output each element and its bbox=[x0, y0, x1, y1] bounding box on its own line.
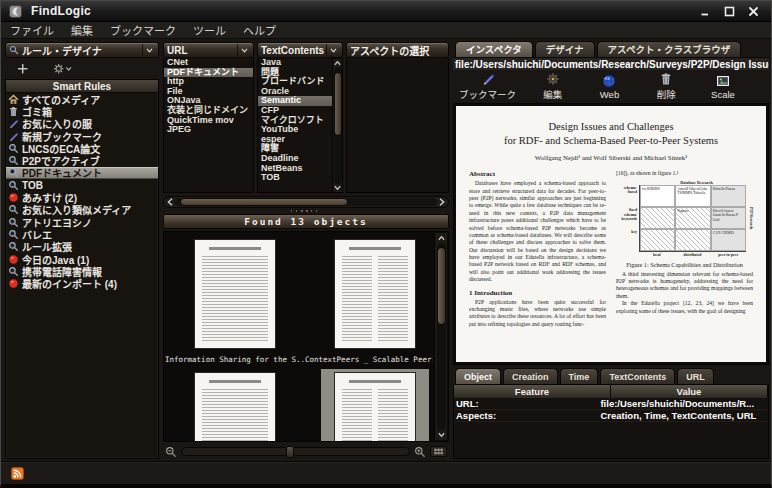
grid-view-button[interactable] bbox=[430, 446, 447, 457]
zoom-slider[interactable] bbox=[181, 447, 410, 456]
toolbar-button[interactable]: Scale bbox=[703, 74, 743, 100]
gear-menu-button[interactable] bbox=[53, 62, 72, 75]
menu-bar: ファイル編集ブックマークツールヘルプ bbox=[1, 22, 771, 39]
zoom-out-icon[interactable] bbox=[165, 446, 177, 458]
gear-icon bbox=[546, 72, 560, 86]
menu-item[interactable]: ツール bbox=[193, 22, 226, 38]
rule-item[interactable]: PDFドキュメント bbox=[6, 167, 158, 179]
maximize-button[interactable] bbox=[724, 6, 735, 17]
thumbnail-caption: Information Sharing for the S... bbox=[165, 355, 305, 364]
scroll-right-icon[interactable] bbox=[439, 198, 445, 206]
list-scrollbar[interactable] bbox=[333, 58, 343, 193]
aspect-column: アスペクトの選択 bbox=[346, 42, 449, 193]
magnifier-icon bbox=[8, 266, 19, 277]
scroll-left-icon[interactable] bbox=[167, 198, 173, 206]
menu-item[interactable]: ヘルプ bbox=[243, 22, 276, 38]
scroll-down-icon[interactable] bbox=[438, 432, 445, 438]
pen-icon bbox=[481, 72, 495, 86]
add-rule-button[interactable] bbox=[17, 62, 36, 75]
rule-mode-value: ルール・デザイナ bbox=[22, 43, 142, 58]
textcontents-filter-column: TextContents Java問題ブロードバンドOracleSemantic… bbox=[257, 42, 343, 193]
textcontents-filter-list: Java問題ブロードバンドOracleSemanticCFPマイクロソフトYou… bbox=[257, 58, 333, 193]
result-thumbnail[interactable] bbox=[165, 369, 305, 441]
textcontents-filter-dropdown[interactable]: TextContents bbox=[257, 42, 343, 58]
close-button[interactable] bbox=[748, 6, 759, 17]
url-filter-label: URL bbox=[167, 45, 237, 56]
sidebar-toolbar bbox=[5, 58, 159, 79]
chevron-down-icon[interactable] bbox=[237, 44, 250, 56]
menu-item[interactable]: ファイル bbox=[10, 22, 54, 38]
menu-item[interactable]: ブックマーク bbox=[110, 22, 176, 38]
window-controls bbox=[700, 6, 771, 17]
scroll-up-icon[interactable] bbox=[438, 235, 445, 241]
document-preview[interactable]: Design Issues and Challenges for RDF- an… bbox=[453, 103, 769, 365]
feature-table-body: URL: file:/Users/shuichi/Documents/R... … bbox=[454, 398, 768, 422]
paper-title: Design Issues and Challenges for RDF- an… bbox=[469, 120, 753, 148]
app-window: FindLogic ファイル編集ブックマークツールヘルプ ルール・デザイナ bbox=[0, 0, 772, 488]
feature-table-header: Feature Value bbox=[454, 385, 768, 398]
scroll-up-icon[interactable] bbox=[334, 60, 341, 66]
paper-left-column: Abstract Databases have employed a schem… bbox=[469, 170, 606, 328]
toolbar-button[interactable]: 削除 bbox=[646, 72, 686, 101]
magnifier-icon bbox=[9, 45, 19, 55]
list-option[interactable]: TOB bbox=[258, 173, 332, 183]
magnifier-icon bbox=[8, 143, 19, 154]
menu-item[interactable]: 編集 bbox=[71, 22, 93, 38]
vertical-scrollbar[interactable] bbox=[434, 233, 447, 440]
document-path: file:/Users/shuichi/Documents/Research/S… bbox=[453, 57, 769, 70]
inspector-tab[interactable]: アスペクト・クラスブラウザ bbox=[597, 41, 742, 57]
rule-mode-selector[interactable]: ルール・デザイナ bbox=[5, 42, 159, 58]
detail-tab[interactable]: Time bbox=[560, 368, 599, 384]
chevron-down-icon[interactable] bbox=[326, 44, 339, 56]
textcontents-filter-label: TextContents bbox=[261, 45, 326, 56]
feature-table: Feature Value URL: file:/Users/shuichi/D… bbox=[453, 384, 769, 459]
title-bar: FindLogic bbox=[1, 1, 771, 22]
table-row[interactable]: Aspects: Creation, Time, TextContents, U… bbox=[454, 410, 768, 422]
inspector-toolbar: ブックマーク 編集 Web 削除 bbox=[453, 70, 769, 103]
scrollbar-thumb[interactable] bbox=[180, 198, 348, 206]
list-option[interactable]: JPEG bbox=[164, 125, 253, 135]
chevron-down-icon[interactable] bbox=[142, 44, 155, 56]
toolbar-button[interactable]: ブックマーク bbox=[459, 72, 516, 101]
result-thumbnail[interactable]: Information Sharing for the S... bbox=[165, 236, 305, 369]
url-filter-dropdown[interactable]: URL bbox=[163, 42, 254, 58]
red-dot-icon bbox=[8, 254, 19, 265]
detail-tabs: ObjectCreationTimeTextContentsURL bbox=[453, 368, 769, 384]
aspect-header: アスペクトの選択 bbox=[346, 42, 449, 58]
inspector-tab[interactable]: インスペクタ bbox=[455, 41, 533, 57]
scrollbar-thumb[interactable] bbox=[334, 72, 342, 136]
figure-caption: Figure 1: Schema Capabilities and Distri… bbox=[616, 261, 753, 268]
scrollbar-thumb[interactable] bbox=[437, 247, 446, 326]
pen-icon bbox=[8, 118, 19, 129]
scroll-down-icon[interactable] bbox=[334, 185, 341, 191]
detail-tab[interactable]: Object bbox=[455, 368, 501, 384]
paper-authors: Wolfgang Nejdl¹ and Wolf Siberski and Mi… bbox=[469, 154, 753, 161]
value-column-header: Value bbox=[611, 385, 768, 398]
document-page-preview bbox=[335, 373, 415, 441]
magnifier-icon bbox=[8, 217, 19, 228]
paper-right-column: [16]), as shown in figure 1.¹ Database R… bbox=[616, 170, 753, 328]
result-thumbnail[interactable] bbox=[305, 369, 433, 441]
horizontal-scrollbar[interactable] bbox=[163, 196, 449, 208]
maximize-icon bbox=[724, 6, 735, 17]
rss-icon[interactable] bbox=[11, 467, 24, 480]
table-row[interactable]: URL: file:/Users/shuichi/Documents/R... bbox=[454, 398, 768, 410]
zoom-in-icon[interactable] bbox=[414, 446, 426, 458]
toolbar-button[interactable]: 編集 bbox=[533, 72, 573, 101]
document-page-preview bbox=[195, 373, 275, 441]
thumbnail-grid: Information Sharing for the S... Context… bbox=[165, 236, 433, 441]
result-thumbnail[interactable]: ContextPeers _ Scalable Peer-... bbox=[305, 236, 433, 369]
toolbar-button[interactable]: Web bbox=[589, 74, 629, 100]
results-area: Information Sharing for the S... Context… bbox=[163, 231, 449, 442]
detail-tab[interactable]: Creation bbox=[503, 368, 558, 384]
zoom-slider-thumb[interactable] bbox=[286, 446, 294, 458]
inspector-tab[interactable]: デザイナ bbox=[535, 41, 595, 57]
minimize-button[interactable] bbox=[700, 6, 711, 17]
detail-tab[interactable]: TextContents bbox=[600, 368, 675, 384]
thumbnail-caption: ContextPeers _ Scalable Peer-... bbox=[305, 355, 433, 364]
smart-rules-header: Smart Rules bbox=[6, 80, 158, 93]
sidebar: ルール・デザイナ Smart Rules すべてのメディア bbox=[5, 42, 159, 459]
rule-item[interactable]: 最新のインポート (4) bbox=[6, 277, 158, 289]
red-dot-icon bbox=[8, 192, 19, 203]
detail-tab[interactable]: URL bbox=[677, 368, 714, 384]
